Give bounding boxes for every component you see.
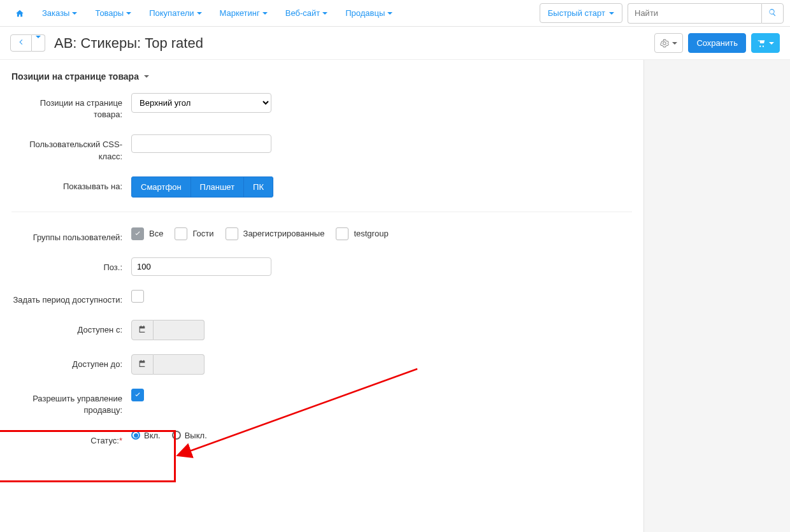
label-user-groups: Группы пользователей: — [11, 227, 131, 243]
cart-icon — [757, 39, 766, 48]
label-period: Задать период доступности: — [11, 290, 131, 306]
date-from-button[interactable] — [131, 320, 154, 340]
group-registered-label: Зарегистрированные — [243, 229, 325, 238]
select-position[interactable]: Верхний угол — [131, 93, 271, 113]
toggle-tablet[interactable]: Планшет — [191, 176, 245, 198]
label-show-on: Показывать на: — [11, 176, 131, 192]
top-navbar: Заказы Товары Покупатели Маркетинг Веб-с… — [0, 0, 790, 27]
caret-down-icon — [36, 36, 41, 48]
caret-down-icon — [387, 12, 392, 15]
group-guests: Гости — [175, 227, 213, 240]
checkbox-registered[interactable] — [226, 227, 238, 240]
save-button[interactable]: Сохранить — [688, 33, 746, 53]
back-button-group — [10, 34, 45, 52]
date-from-input[interactable] — [154, 320, 205, 340]
settings-button[interactable] — [654, 33, 683, 53]
row-show-on: Показывать на: Смартфон Планшет ПК — [11, 176, 632, 198]
row-user-groups: Группы пользователей: Все Гости Зарегист… — [11, 227, 632, 243]
back-dropdown-button[interactable] — [32, 34, 45, 52]
date-to-input[interactable] — [154, 354, 205, 375]
radio-status-on[interactable]: Вкл. — [131, 431, 161, 440]
page-title: AB: Стикеры: Top rated — [54, 35, 645, 52]
nav-website-label: Веб-сайт — [285, 8, 320, 18]
caret-down-icon — [262, 12, 268, 15]
topbar-right: Быстрый старт — [540, 3, 784, 24]
row-pos: Поз.: — [11, 257, 632, 276]
section-title[interactable]: Позиции на странице товара — [11, 68, 632, 93]
radio-off-icon — [172, 431, 181, 440]
date-from-group — [131, 320, 205, 340]
page-header-actions: Сохранить — [654, 33, 780, 53]
page-header: AB: Стикеры: Top rated Сохранить — [0, 27, 790, 60]
back-button[interactable] — [10, 34, 32, 52]
toggle-smartphone[interactable]: Смартфон — [131, 176, 191, 198]
nav-marketing[interactable]: Маркетинг — [211, 8, 276, 18]
search-icon — [768, 8, 777, 17]
group-guests-label: Гости — [192, 229, 213, 238]
gear-icon — [660, 39, 669, 48]
search-group — [628, 3, 784, 24]
nav-home[interactable] — [6, 9, 33, 18]
check-icon — [134, 230, 141, 238]
row-avail-to: Доступен до: — [11, 354, 632, 375]
label-position: Позиции на странице товара: — [11, 93, 131, 120]
checkbox-guests[interactable] — [175, 227, 187, 240]
group-all: Все — [131, 227, 163, 240]
nav-marketing-label: Маркетинг — [220, 8, 260, 18]
show-on-toggle: Смартфон Планшет ПК — [131, 176, 273, 198]
search-input[interactable] — [628, 3, 761, 24]
input-pos[interactable] — [131, 257, 271, 276]
caret-down-icon — [197, 12, 202, 15]
row-position: Позиции на странице товара: Верхний угол — [11, 93, 632, 120]
row-avail-from: Доступен с: — [11, 320, 632, 340]
arrow-left-icon — [17, 38, 25, 46]
group-test-label: testgroup — [354, 229, 388, 238]
main-content: Позиции на странице товара Позиции на ст… — [0, 60, 643, 532]
label-vendor-manage: Разрешить управление продавцу: — [11, 389, 131, 416]
required-mark: * — [119, 436, 122, 445]
input-css-class[interactable] — [131, 134, 271, 153]
caret-down-icon — [126, 12, 131, 15]
checkbox-vendor-manage[interactable] — [131, 389, 144, 401]
cart-button[interactable] — [751, 33, 780, 53]
radio-on-label: Вкл. — [144, 431, 161, 440]
calendar-icon — [138, 359, 147, 368]
row-css-class: Пользовательский CSS-класс: — [11, 134, 632, 162]
nav-vendors[interactable]: Продавцы — [336, 8, 401, 18]
nav-website[interactable]: Веб-сайт — [276, 8, 336, 18]
label-pos: Поз.: — [11, 257, 131, 273]
search-button[interactable] — [761, 3, 784, 24]
nav-customers-label: Покупатели — [149, 8, 194, 18]
radio-on-icon — [131, 431, 140, 440]
quick-start-label: Быстрый старт — [548, 8, 605, 18]
toggle-pc[interactable]: ПК — [244, 176, 273, 198]
home-icon — [15, 9, 24, 18]
checkbox-all[interactable] — [131, 227, 144, 240]
group-test: testgroup — [336, 227, 388, 240]
nav-products[interactable]: Товары — [86, 8, 140, 18]
group-all-label: Все — [149, 229, 163, 238]
main-nav: Заказы Товары Покупатели Маркетинг Веб-с… — [6, 8, 540, 18]
caret-down-icon — [672, 42, 677, 45]
label-avail-from: Доступен с: — [11, 320, 131, 336]
nav-customers[interactable]: Покупатели — [140, 8, 210, 18]
checkbox-testgroup[interactable] — [336, 227, 348, 240]
radio-status-off[interactable]: Выкл. — [172, 431, 207, 440]
row-period: Задать период доступности: — [11, 290, 632, 306]
label-status: Статус:* — [11, 431, 131, 447]
checkbox-period[interactable] — [131, 290, 144, 303]
nav-products-label: Товары — [95, 8, 124, 18]
section-title-text: Позиции на странице товара — [11, 71, 139, 82]
sidebar-right — [643, 60, 790, 532]
date-to-button[interactable] — [131, 354, 154, 375]
divider — [11, 212, 632, 212]
row-vendor-manage: Разрешить управление продавцу: — [11, 389, 632, 416]
nav-orders[interactable]: Заказы — [33, 8, 86, 18]
row-status: Статус:* Вкл. Выкл. — [11, 431, 632, 447]
nav-vendors-label: Продавцы — [345, 8, 385, 18]
caret-down-icon — [322, 12, 327, 15]
check-icon — [134, 391, 141, 399]
main-wrap: Позиции на странице товара Позиции на ст… — [0, 60, 790, 532]
quick-start-button[interactable]: Быстрый старт — [540, 3, 622, 23]
calendar-icon — [138, 325, 147, 333]
